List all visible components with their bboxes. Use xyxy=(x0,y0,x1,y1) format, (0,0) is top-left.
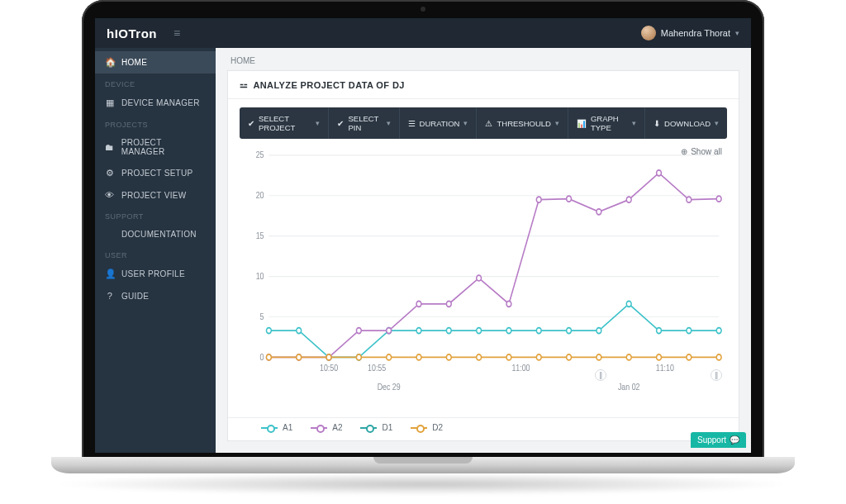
sidebar-item-label: DOCUMENTATION xyxy=(121,230,197,239)
chevron-down-icon: ▾ xyxy=(387,119,391,127)
svg-point-53 xyxy=(356,354,361,360)
support-button[interactable]: Support 💬 xyxy=(691,432,746,448)
sidebar-item-project-manager[interactable]: 🖿 PROJECT MANAGER xyxy=(95,132,216,162)
svg-point-28 xyxy=(567,328,572,334)
support-label: Support xyxy=(697,435,726,445)
svg-point-18 xyxy=(266,328,271,334)
legend-label: D1 xyxy=(382,423,392,432)
sidebar-item-label: PROJECT SETUP xyxy=(121,169,193,178)
svg-text:10:55: 10:55 xyxy=(368,363,386,373)
chevron-down-icon: ▾ xyxy=(715,119,719,127)
sidebar-item-documentation[interactable]: DOCUMENTATION xyxy=(95,224,216,245)
svg-point-24 xyxy=(446,328,451,334)
svg-text:5: 5 xyxy=(260,311,264,321)
line-chart: 051015202510:5010:5511:0011:10Dec 29Jan … xyxy=(240,144,727,411)
brand-logo[interactable]: hIOTron xyxy=(95,26,169,40)
filter-label: SELECT PROJECT xyxy=(259,114,311,132)
question-icon: ? xyxy=(105,291,115,301)
sidebar-item-project-setup[interactable]: ⚙ PROJECT SETUP xyxy=(95,162,216,184)
camera-dot xyxy=(421,7,425,12)
app-screen: hIOTron ≡ Mahendra Thorat ▾ 🏠 HOME DEVIC… xyxy=(95,18,751,453)
user-icon: 👤 xyxy=(105,269,115,279)
download-icon: ⬇ xyxy=(654,119,660,128)
sidebar-section-support: SUPPORT xyxy=(95,206,216,224)
svg-point-50 xyxy=(266,354,271,360)
svg-text:10:50: 10:50 xyxy=(320,363,338,373)
check-icon: ✔ xyxy=(248,119,254,128)
svg-point-25 xyxy=(477,328,482,334)
filter-duration[interactable]: ☰ DURATION ▾ xyxy=(400,107,478,139)
sidebar-item-label: USER PROFILE xyxy=(121,269,185,278)
svg-point-47 xyxy=(657,170,662,176)
sidebar-item-label: DEVICE MANAGER xyxy=(121,98,200,107)
filter-select-project[interactable]: ✔ SELECT PROJECT ▾ xyxy=(240,107,329,139)
svg-point-48 xyxy=(687,197,692,202)
svg-point-39 xyxy=(416,301,421,307)
legend-label: A2 xyxy=(332,423,342,432)
svg-point-30 xyxy=(626,301,631,307)
sidebar-section-user: USER xyxy=(95,245,216,263)
svg-point-33 xyxy=(716,328,721,334)
sidebar-section-projects: PROJECTS xyxy=(95,114,216,132)
chip-icon: ▦ xyxy=(105,97,115,108)
legend-label: A1 xyxy=(283,423,292,432)
legend-d1[interactable]: D1 xyxy=(360,423,392,432)
svg-point-56 xyxy=(446,354,451,360)
sidebar-item-device-manager[interactable]: ▦ DEVICE MANAGER xyxy=(95,92,216,114)
filter-graph-type[interactable]: 📊 GRAPH TYPE ▾ xyxy=(568,107,645,139)
show-all-button[interactable]: ⊕ Show all xyxy=(681,147,722,156)
content-area: HOME ⚍ ANALYZE PROJECT DATA OF DJ ✔ SELE… xyxy=(216,48,751,453)
legend-a2[interactable]: A2 xyxy=(311,423,342,432)
sidebar-item-home[interactable]: 🏠 HOME xyxy=(95,51,216,74)
svg-point-23 xyxy=(416,328,421,334)
filter-download[interactable]: ⬇ DOWNLOAD ▾ xyxy=(645,107,727,139)
filter-select-pin[interactable]: ✔ SELECT PIN ▾ xyxy=(329,107,399,139)
svg-point-32 xyxy=(687,328,692,334)
range-handle-right[interactable]: ‖ xyxy=(711,369,722,381)
svg-point-49 xyxy=(716,196,721,202)
breadcrumb: HOME xyxy=(216,48,751,70)
legend-d2[interactable]: D2 xyxy=(411,423,443,432)
chart-icon: 📊 xyxy=(577,119,587,128)
svg-point-42 xyxy=(506,301,511,307)
sidebar-item-user-profile[interactable]: 👤 USER PROFILE xyxy=(95,263,216,285)
svg-point-29 xyxy=(596,328,601,334)
legend-a1[interactable]: A1 xyxy=(261,423,292,432)
svg-point-43 xyxy=(536,197,541,202)
user-name: Mahendra Thorat xyxy=(661,28,730,38)
sidebar-item-label: GUIDE xyxy=(121,292,149,301)
svg-text:11:00: 11:00 xyxy=(511,363,530,373)
sidebar: 🏠 HOME DEVICE ▦ DEVICE MANAGER PROJECTS … xyxy=(95,48,216,453)
gear-icon: ⚙ xyxy=(105,168,115,178)
filter-label: THRESHOULD xyxy=(497,119,550,128)
laptop-shadow xyxy=(51,473,795,495)
laptop-base xyxy=(51,457,795,473)
filter-label: SELECT PIN xyxy=(348,114,382,132)
svg-point-26 xyxy=(506,328,511,334)
filter-label: DURATION xyxy=(420,119,460,128)
svg-text:0: 0 xyxy=(260,352,264,362)
filter-threshold[interactable]: ⚠ THRESHOULD ▾ xyxy=(477,107,568,139)
sidebar-item-guide[interactable]: ? GUIDE xyxy=(95,285,216,307)
user-menu[interactable]: Mahendra Thorat ▾ xyxy=(641,26,751,40)
filter-label: GRAPH TYPE xyxy=(591,114,628,132)
warning-icon: ⚠ xyxy=(485,119,492,128)
svg-point-38 xyxy=(387,328,392,334)
svg-point-55 xyxy=(416,354,421,360)
chevron-down-icon: ▾ xyxy=(555,119,559,127)
svg-point-59 xyxy=(536,354,541,360)
svg-text:15: 15 xyxy=(256,231,264,240)
svg-point-31 xyxy=(657,328,662,334)
hamburger-icon[interactable]: ≡ xyxy=(173,26,180,40)
svg-point-51 xyxy=(297,354,302,360)
svg-point-63 xyxy=(657,354,662,360)
list-icon: ☰ xyxy=(408,119,416,128)
sidebar-item-label: PROJECT VIEW xyxy=(121,191,186,200)
page-title: ⚍ ANALYZE PROJECT DATA OF DJ xyxy=(228,71,739,99)
analyze-card: ⚍ ANALYZE PROJECT DATA OF DJ ✔ SELECT PR… xyxy=(227,70,739,441)
chevron-down-icon: ▾ xyxy=(735,29,739,37)
svg-point-41 xyxy=(477,275,482,281)
chat-icon: 💬 xyxy=(730,435,739,445)
range-handle-left[interactable]: ‖ xyxy=(595,369,606,381)
sidebar-item-project-view[interactable]: 👁 PROJECT VIEW xyxy=(95,184,216,206)
